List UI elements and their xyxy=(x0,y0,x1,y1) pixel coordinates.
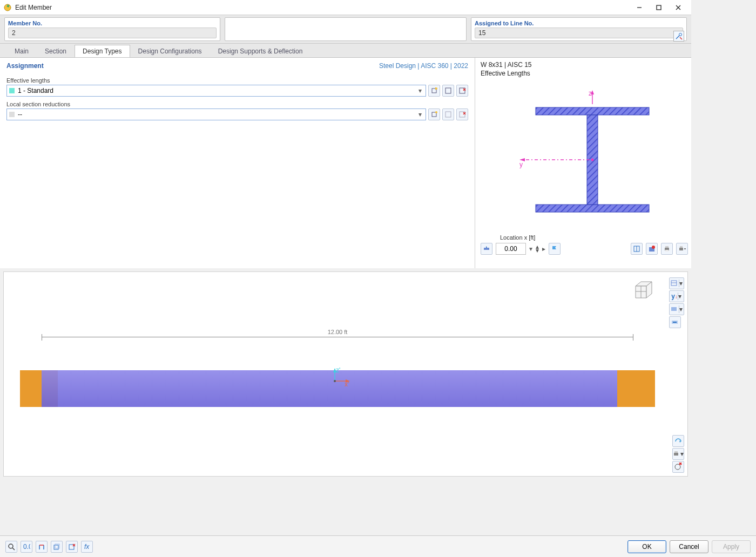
local-reductions-value: -- xyxy=(18,111,22,118)
dimension-line: 12.00 ft xyxy=(42,337,633,337)
svg-point-34 xyxy=(652,246,655,249)
display-mode-button[interactable]: ▾ xyxy=(669,303,684,315)
section-view1-button[interactable] xyxy=(631,243,643,255)
header-mid-panel xyxy=(225,17,467,41)
member-print-button[interactable]: ▾ xyxy=(672,448,684,460)
svg-rect-38 xyxy=(679,248,683,250)
local-reductions-label: Local section reductions xyxy=(6,101,468,107)
effective-lengths-delete-button[interactable] xyxy=(456,85,468,97)
section-flag-button[interactable] xyxy=(549,243,561,255)
section-position-button[interactable] xyxy=(481,243,492,255)
close-button[interactable] xyxy=(669,1,688,14)
reset-view-button[interactable] xyxy=(672,461,684,473)
member-3d-preview[interactable]: ▾ y↓▾ ▾ 12.00 ft z' x' ▾ xyxy=(3,271,688,477)
svg-line-7 xyxy=(680,37,682,39)
axis-z-label: z xyxy=(589,90,592,97)
effective-lengths-color-swatch xyxy=(9,88,15,93)
local-reductions-edit-button[interactable] xyxy=(442,108,454,120)
local-reductions-combo[interactable]: -- ▾ xyxy=(6,108,426,120)
beam-end-right xyxy=(617,370,655,407)
pick-line-button[interactable] xyxy=(673,31,684,42)
location-x-input[interactable]: 0.00 xyxy=(496,243,526,255)
chevron-down-icon[interactable]: ▾ xyxy=(416,86,424,95)
svg-rect-39 xyxy=(680,246,683,248)
assigned-line-input[interactable]: 15 xyxy=(475,28,683,38)
svg-rect-50 xyxy=(673,322,677,323)
svg-rect-16 xyxy=(446,112,451,117)
svg-point-57 xyxy=(334,380,336,382)
svg-rect-23 xyxy=(536,205,649,212)
display-settings-button[interactable] xyxy=(669,316,681,328)
design-standard-link[interactable]: Steel Design | AISC 360 | 2022 xyxy=(379,62,468,70)
svg-rect-3 xyxy=(657,5,661,10)
tab-main[interactable]: Main xyxy=(6,45,37,57)
tab-design-configurations[interactable]: Design Configurations xyxy=(130,45,210,57)
local-reductions-color-swatch xyxy=(9,112,15,117)
svg-rect-48 xyxy=(671,307,677,311)
effective-lengths-label: Effective lengths xyxy=(6,77,468,84)
title-bar: Edit Member xyxy=(0,0,691,15)
minimize-button[interactable] xyxy=(630,1,649,14)
svg-text:z': z' xyxy=(336,367,340,374)
window-title: Edit Member xyxy=(15,4,630,11)
spin-down-button[interactable]: ▾ xyxy=(536,249,539,253)
svg-rect-36 xyxy=(665,246,669,248)
svg-rect-10 xyxy=(446,88,451,93)
assigned-line-panel: Assigned to Line No. 15 xyxy=(471,17,687,41)
dimension-label: 12.00 ft xyxy=(326,329,350,335)
section-name: W 8x31 | AISC 15 xyxy=(481,61,688,70)
svg-point-29 xyxy=(591,159,594,161)
step-forward-button[interactable]: ▸ xyxy=(542,245,545,253)
view-tools-bottom: ▾ xyxy=(672,435,684,473)
section-graphic: z y xyxy=(481,78,688,234)
chevron-down-icon[interactable]: ▾ xyxy=(529,245,532,253)
tab-design-types[interactable]: Design Types xyxy=(75,45,130,57)
tab-bar: Main Section Design Types Design Configu… xyxy=(0,44,691,58)
rotate-view-button[interactable] xyxy=(672,435,684,447)
axis-y-label: y xyxy=(519,161,523,168)
local-reductions-delete-button[interactable] xyxy=(456,108,468,120)
axis-y-button[interactable]: y↓▾ xyxy=(669,290,684,302)
section-subtitle: Effective Lengths xyxy=(481,70,688,78)
svg-rect-59 xyxy=(674,453,678,456)
location-x-label: Location x [ft] xyxy=(500,234,688,241)
effective-lengths-edit-button[interactable] xyxy=(442,85,454,97)
view-cube[interactable] xyxy=(629,278,655,302)
tab-section[interactable]: Section xyxy=(37,45,75,57)
effective-lengths-value: 1 - Standard xyxy=(18,87,53,94)
svg-text:x': x' xyxy=(345,381,349,388)
svg-rect-60 xyxy=(674,451,678,453)
section-preview-pane: W 8x31 | AISC 15 Effective Lengths xyxy=(475,58,691,268)
assigned-line-label: Assigned to Line No. xyxy=(475,20,683,26)
local-axis-marker: z' x' xyxy=(324,367,351,389)
section-print-button[interactable] xyxy=(661,243,673,255)
content-row: Assignment Steel Design | AISC 360 | 202… xyxy=(0,58,691,268)
member-no-panel: Member No. 2 xyxy=(4,17,220,41)
svg-marker-40 xyxy=(684,248,686,250)
section-view2-button[interactable] xyxy=(646,243,658,255)
effective-lengths-combo[interactable]: 1 - Standard ▾ xyxy=(6,85,426,97)
member-no-input[interactable]: 2 xyxy=(8,28,217,38)
assignment-heading: Assignment xyxy=(6,62,44,70)
svg-rect-22 xyxy=(536,107,649,115)
maximize-button[interactable] xyxy=(649,1,669,14)
section-print-menu-button[interactable] xyxy=(676,243,688,255)
svg-point-15 xyxy=(435,111,437,113)
svg-point-9 xyxy=(435,87,437,90)
header-strip: Member No. 2 Assigned to Line No. 15 xyxy=(0,15,691,44)
app-icon xyxy=(3,3,12,12)
view-mode-button[interactable]: ▾ xyxy=(669,277,684,289)
svg-point-6 xyxy=(679,33,682,36)
chevron-down-icon[interactable]: ▾ xyxy=(416,110,424,119)
effective-lengths-new-button[interactable] xyxy=(428,85,440,97)
view-tools-right: ▾ y↓▾ ▾ xyxy=(669,277,684,328)
svg-rect-30 xyxy=(484,248,489,250)
tab-design-supports-deflection[interactable]: Design Supports & Deflection xyxy=(210,45,311,57)
member-no-label: Member No. xyxy=(8,20,217,26)
beam-stage: 12.00 ft z' x' xyxy=(20,337,655,423)
assignment-pane: Assignment Steel Design | AISC 360 | 202… xyxy=(0,58,475,268)
svg-point-61 xyxy=(675,464,680,470)
local-reductions-new-button[interactable] xyxy=(428,108,440,120)
svg-rect-37 xyxy=(665,250,669,252)
